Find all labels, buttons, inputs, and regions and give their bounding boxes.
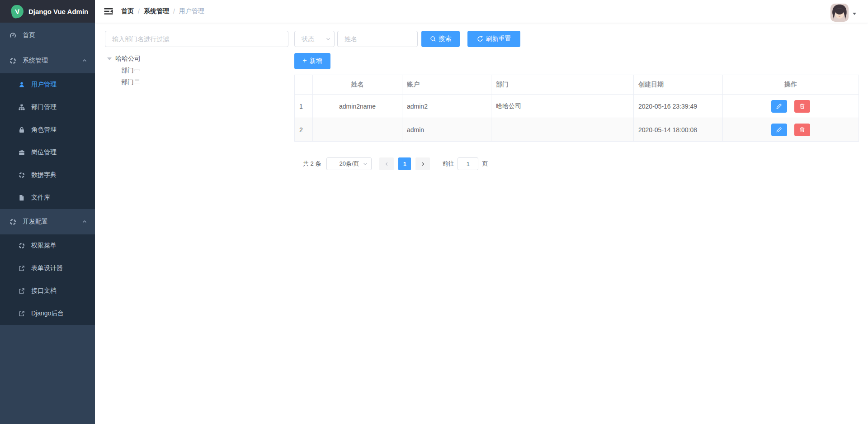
name-filter-input[interactable] xyxy=(337,31,418,47)
main-area: 首页 / 系统管理 / 用户管理 xyxy=(95,0,868,424)
search-button[interactable]: 搜索 xyxy=(421,31,460,47)
dept-filter-input[interactable] xyxy=(105,31,288,47)
tree-node-label: 哈哈公司 xyxy=(115,55,141,63)
row-edit-button[interactable] xyxy=(771,124,787,136)
caret-down-icon[interactable] xyxy=(853,13,856,15)
sidebar-item-label: 接口文档 xyxy=(31,287,57,295)
sidebar-item-users[interactable]: 用户管理 xyxy=(0,73,95,96)
goto-page-input[interactable] xyxy=(458,157,478,170)
cell-name: admin2name xyxy=(313,95,402,118)
add-button-label: 新增 xyxy=(310,57,322,65)
column-header-name: 姓名 xyxy=(313,75,402,95)
cell-name xyxy=(313,118,402,142)
sidebar-item-form-designer[interactable]: 表单设计器 xyxy=(0,257,95,280)
tree-node-company[interactable]: 哈哈公司 xyxy=(105,53,288,65)
row-delete-button[interactable] xyxy=(794,100,810,113)
breadcrumb-separator: / xyxy=(138,8,140,15)
sidebar-item-label: Django后台 xyxy=(31,310,64,318)
chevron-left-icon xyxy=(384,162,389,167)
sidebar-item-api-docs[interactable]: 接口文档 xyxy=(0,280,95,302)
sidebar-item-label: 权限菜单 xyxy=(31,242,57,250)
sidebar-item-devconfig[interactable]: 开发配置 xyxy=(0,209,95,234)
cell-actions xyxy=(723,95,859,118)
vue-logo-icon: V xyxy=(11,4,24,19)
breadcrumb-system[interactable]: 系统管理 xyxy=(144,7,169,15)
sidebar-item-system[interactable]: 系统管理 xyxy=(0,48,95,73)
breadcrumb-separator: / xyxy=(173,8,175,15)
chevron-right-icon xyxy=(420,162,425,167)
users-table: 姓名 账户 部门 创建日期 操作 1 admin2name admin2 哈哈公… xyxy=(294,75,859,142)
sidebar-item-label: 岗位管理 xyxy=(31,148,57,157)
sidebar-item-dictionary[interactable]: 数据字典 xyxy=(0,164,95,186)
component-icon xyxy=(19,243,25,249)
sidebar-item-permission-menu[interactable]: 权限菜单 xyxy=(0,234,95,257)
next-page-button[interactable] xyxy=(415,157,430,170)
edit-icon xyxy=(776,103,782,109)
refresh-reset-button[interactable]: 刷新重置 xyxy=(467,31,520,47)
user-panel: 搜索 刷新重置 + 新增 姓名 xyxy=(294,31,859,424)
component-icon xyxy=(9,219,16,225)
refresh-icon xyxy=(477,36,483,42)
refresh-reset-button-label: 刷新重置 xyxy=(486,35,511,43)
sidebar-item-label: 首页 xyxy=(23,31,35,39)
sidebar-item-files[interactable]: 文件库 xyxy=(0,186,95,209)
dev-submenu: 权限菜单 表单设计器 接口文档 Django后台 xyxy=(0,234,95,325)
row-edit-button[interactable] xyxy=(771,100,787,113)
tree-node-label: 部门二 xyxy=(121,78,140,86)
table-row[interactable]: 2 admin 2020-05-14 18:00:08 xyxy=(295,118,859,142)
sidebar-item-label: 角色管理 xyxy=(31,126,57,134)
add-button[interactable]: + 新增 xyxy=(294,53,330,69)
chevron-down-icon xyxy=(363,161,368,167)
prev-page-button[interactable] xyxy=(379,157,394,170)
cell-index: 2 xyxy=(295,118,313,142)
status-select-input[interactable] xyxy=(294,31,335,47)
sidebar-item-django-admin[interactable]: Django后台 xyxy=(0,302,95,325)
cell-created: 2020-05-14 18:00:08 xyxy=(634,118,723,142)
sidebar-item-label: 表单设计器 xyxy=(31,264,63,272)
pagination-total: 共 2 条 xyxy=(303,160,321,168)
cell-department xyxy=(491,118,634,142)
search-button-label: 搜索 xyxy=(439,35,452,43)
chevron-up-icon xyxy=(82,58,87,63)
avatar[interactable] xyxy=(830,4,849,22)
page-size-label: 20条/页 xyxy=(339,160,359,168)
table-row[interactable]: 1 admin2name admin2 哈哈公司 2020-05-16 23:3… xyxy=(295,95,859,118)
delete-icon xyxy=(799,103,805,109)
department-panel: 哈哈公司 部门一 部门二 xyxy=(105,31,288,424)
cell-account: admin2 xyxy=(402,95,491,118)
row-delete-button[interactable] xyxy=(794,124,810,136)
page-size-select[interactable]: 20条/页 xyxy=(326,157,372,170)
tree-node-dept-1[interactable]: 部门一 xyxy=(105,65,288,76)
cell-account: admin xyxy=(402,118,491,142)
app-logo[interactable]: V Django Vue Admin xyxy=(0,0,95,23)
sidebar-item-label: 开发配置 xyxy=(23,218,48,226)
tree-node-dept-2[interactable]: 部门二 xyxy=(105,76,288,88)
column-header-created: 创建日期 xyxy=(634,75,723,95)
sidebar-item-departments[interactable]: 部门管理 xyxy=(0,96,95,119)
page-1-button[interactable]: 1 xyxy=(398,157,411,170)
tree-node-label: 部门一 xyxy=(121,67,140,75)
sidebar-item-posts[interactable]: 岗位管理 xyxy=(0,141,95,164)
pagination-goto-label: 前往 xyxy=(442,160,454,168)
dashboard-icon xyxy=(9,32,16,39)
sidebar-item-label: 系统管理 xyxy=(23,57,48,65)
sidebar-item-roles[interactable]: 角色管理 xyxy=(0,119,95,141)
caret-down-icon[interactable] xyxy=(107,57,112,60)
column-header-index xyxy=(295,75,313,95)
search-icon xyxy=(430,36,436,42)
status-select[interactable] xyxy=(294,31,335,47)
app-title: Django Vue Admin xyxy=(28,8,88,15)
breadcrumb-home[interactable]: 首页 xyxy=(121,7,134,15)
external-link-icon xyxy=(19,310,25,317)
user-icon xyxy=(19,81,25,88)
hamburger-icon[interactable] xyxy=(104,7,113,16)
system-submenu: 用户管理 部门管理 角色管理 岗位管理 数据字典 xyxy=(0,73,95,209)
navbar-right xyxy=(830,1,868,22)
component-icon xyxy=(19,172,25,178)
breadcrumb-current: 用户管理 xyxy=(179,7,204,15)
edit-icon xyxy=(776,127,782,133)
sidebar-item-home[interactable]: 首页 xyxy=(0,23,95,48)
column-header-department: 部门 xyxy=(491,75,634,95)
column-header-account: 账户 xyxy=(402,75,491,95)
page-content: 哈哈公司 部门一 部门二 xyxy=(95,23,868,424)
